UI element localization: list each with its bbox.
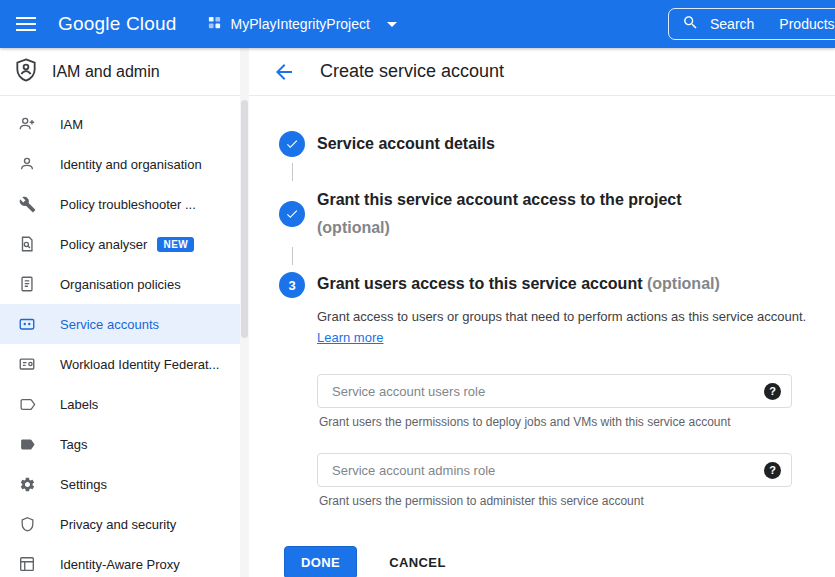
users-role-field-box: ? bbox=[317, 374, 792, 408]
step-3-title: Grant users access to this service accou… bbox=[317, 275, 642, 292]
sidebar-item-label: Settings bbox=[60, 477, 107, 492]
step-3: 3 Grant users access to this service acc… bbox=[279, 270, 815, 508]
sidebar-item-label: Identity and organisation bbox=[60, 157, 202, 172]
sidebar-item-label: Organisation policies bbox=[60, 277, 181, 292]
sidebar-item-label: Identity-Aware Proxy bbox=[60, 557, 180, 572]
sidebar-item-labels[interactable]: Labels bbox=[0, 384, 240, 424]
step-3-title-row: Grant users access to this service accou… bbox=[317, 270, 809, 298]
sidebar-title: IAM and admin bbox=[52, 63, 160, 81]
sidebar-item-identity-organisation[interactable]: Identity and organisation bbox=[0, 144, 240, 184]
help-icon[interactable]: ? bbox=[764, 383, 781, 400]
step-connector bbox=[292, 163, 293, 181]
policy-analyser-icon bbox=[18, 235, 36, 253]
tags-icon bbox=[18, 435, 36, 453]
sidebar-item-label: Workload Identity Federat... bbox=[60, 357, 219, 372]
chevron-down-icon bbox=[387, 22, 397, 27]
page-header: Create service account bbox=[249, 48, 835, 96]
sidebar: IAM and admin IAM Identity and organisat… bbox=[0, 48, 240, 577]
sidebar-item-organisation-policies[interactable]: Organisation policies bbox=[0, 264, 240, 304]
sidebar-item-workload-identity-federation[interactable]: Workload Identity Federat... bbox=[0, 344, 240, 384]
sidebar-nav: IAM Identity and organisation Policy tro… bbox=[0, 96, 240, 577]
admins-role-field-box: ? bbox=[317, 453, 792, 487]
sidebar-item-label: Tags bbox=[60, 437, 87, 452]
top-app-bar: Google Cloud MyPlayIntegrityProject Sear… bbox=[0, 0, 835, 48]
id-card-icon bbox=[18, 355, 36, 373]
users-role-helper-text: Grant users the permissions to deploy jo… bbox=[319, 415, 792, 429]
project-icon bbox=[207, 15, 222, 33]
learn-more-link[interactable]: Learn more bbox=[317, 330, 383, 345]
sidebar-item-settings[interactable]: Settings bbox=[0, 464, 240, 504]
help-icon[interactable]: ? bbox=[764, 462, 781, 479]
sidebar-header: IAM and admin bbox=[0, 48, 240, 96]
action-buttons: DONE CANCEL bbox=[284, 546, 815, 577]
shield-icon bbox=[18, 515, 36, 533]
main-content: Create service account Service account d… bbox=[249, 48, 835, 577]
search-label: Search bbox=[710, 16, 754, 32]
gear-icon bbox=[18, 475, 36, 493]
project-selector[interactable]: MyPlayIntegrityProject bbox=[207, 15, 397, 33]
step-1: Service account details bbox=[279, 130, 815, 158]
page-title: Create service account bbox=[320, 61, 504, 82]
sidebar-item-label: Privacy and security bbox=[60, 517, 176, 532]
sidebar-item-policy-troubleshooter[interactable]: Policy troubleshooter ... bbox=[0, 184, 240, 224]
back-arrow-icon[interactable] bbox=[272, 60, 296, 84]
done-button[interactable]: DONE bbox=[284, 546, 357, 577]
stepper: Service account details Grant this servi… bbox=[249, 96, 835, 577]
search-hint: Products bbox=[779, 16, 834, 32]
google-cloud-logo[interactable]: Google Cloud bbox=[58, 13, 177, 35]
sidebar-item-label: Labels bbox=[60, 397, 98, 412]
sidebar-item-label: Service accounts bbox=[60, 317, 159, 332]
step-2-title: Grant this service account access to the… bbox=[317, 186, 682, 214]
service-account-admins-role-input[interactable] bbox=[330, 462, 756, 479]
sidebar-item-privacy-security[interactable]: Privacy and security bbox=[0, 504, 240, 544]
step-connector bbox=[292, 247, 293, 265]
scrollbar-thumb[interactable] bbox=[241, 100, 248, 338]
new-badge: NEW bbox=[157, 237, 194, 252]
search-icon bbox=[682, 14, 699, 34]
sidebar-item-label: Policy troubleshooter ... bbox=[60, 197, 196, 212]
sidebar-item-identity-aware-proxy[interactable]: Identity-Aware Proxy bbox=[0, 544, 240, 577]
person-add-icon bbox=[18, 115, 36, 133]
sidebar-item-service-accounts[interactable]: Service accounts bbox=[0, 304, 240, 344]
step-3-optional: (optional) bbox=[647, 275, 720, 292]
cancel-button[interactable]: CANCEL bbox=[385, 547, 450, 577]
wrench-icon bbox=[18, 195, 36, 213]
admins-role-helper-text: Grant users the permission to administer… bbox=[319, 494, 792, 508]
iam-shield-icon bbox=[13, 57, 39, 87]
proxy-grid-icon bbox=[18, 555, 36, 573]
search-bar[interactable]: Search Products bbox=[668, 8, 835, 40]
sidebar-item-label: IAM bbox=[60, 117, 83, 132]
service-account-users-role-input[interactable] bbox=[330, 383, 756, 400]
sidebar-item-policy-analyser[interactable]: Policy analyser NEW bbox=[0, 224, 240, 264]
step-3-number-badge: 3 bbox=[279, 272, 305, 298]
step-1-check-icon bbox=[279, 131, 305, 157]
project-name: MyPlayIntegrityProject bbox=[231, 16, 370, 32]
step-2-check-icon bbox=[279, 201, 305, 227]
sidebar-scrollbar[interactable] bbox=[240, 48, 249, 577]
step-1-title: Service account details bbox=[317, 130, 495, 158]
step-2: Grant this service account access to the… bbox=[279, 186, 815, 242]
step-2-optional: (optional) bbox=[317, 214, 682, 242]
step-3-description: Grant access to users or groups that nee… bbox=[317, 306, 809, 348]
admins-role-group: ? Grant users the permission to administ… bbox=[317, 453, 792, 508]
description-text: Grant access to users or groups that nee… bbox=[317, 309, 806, 324]
label-icon bbox=[18, 395, 36, 413]
person-icon bbox=[18, 155, 36, 173]
menu-icon[interactable] bbox=[16, 17, 36, 31]
role-fields: ? Grant users the permissions to deploy … bbox=[317, 374, 792, 508]
sidebar-item-tags[interactable]: Tags bbox=[0, 424, 240, 464]
sidebar-item-iam[interactable]: IAM bbox=[0, 104, 240, 144]
document-icon bbox=[18, 275, 36, 293]
robot-card-icon bbox=[18, 315, 36, 333]
sidebar-item-label: Policy analyser bbox=[60, 237, 147, 252]
users-role-group: ? Grant users the permissions to deploy … bbox=[317, 374, 792, 429]
